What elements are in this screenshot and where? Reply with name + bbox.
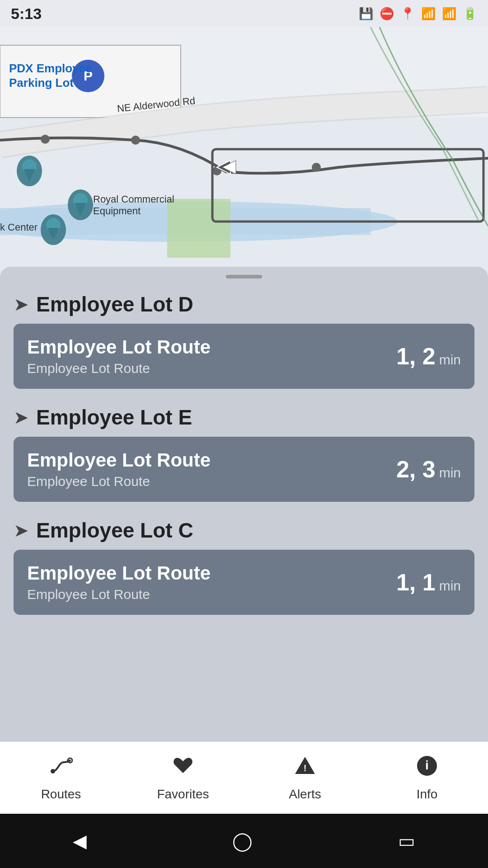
status-icons: 💾 ⛔ 📍 📶 📶 🔋	[359, 7, 477, 21]
map-svg: P PDX Employee Parking Lot NE Alderwood …	[0, 0, 488, 280]
route-time-lot-d: 1, 2 min	[396, 343, 461, 370]
route-time-number-lot-c: 1, 1	[396, 569, 436, 596]
section-title-lot-c: Employee Lot C	[36, 518, 193, 542]
route-section-lot-c: ➤ Employee Lot C Employee Lot Route Empl…	[14, 518, 474, 615]
location-icon: 📍	[400, 7, 415, 21]
svg-rect-4	[167, 199, 230, 258]
nav-label-info: Info	[417, 787, 438, 802]
route-time-unit-lot-e: min	[439, 465, 461, 481]
route-list: ➤ Employee Lot D Employee Lot Route Empl…	[0, 278, 488, 615]
info-icon: i	[415, 754, 439, 783]
svg-point-7	[41, 135, 50, 144]
status-bar: 5:13 💾 ⛔ 📍 📶 📶 🔋	[0, 0, 488, 27]
nav-item-routes[interactable]: Routes	[0, 754, 122, 802]
route-card-lot-d[interactable]: Employee Lot Route Employee Lot Route 1,…	[14, 324, 474, 389]
back-button[interactable]: ◀	[73, 830, 87, 851]
route-time-number-lot-d: 1, 2	[396, 343, 436, 370]
drag-handle[interactable]	[226, 275, 262, 278]
route-card-left-lot-e: Employee Lot Route Employee Lot Route	[27, 449, 211, 489]
home-button[interactable]: ◯	[232, 830, 253, 851]
svg-text:Equipment: Equipment	[93, 205, 141, 217]
route-name-large-lot-e: Employee Lot Route	[27, 449, 211, 471]
route-card-lot-e[interactable]: Employee Lot Route Employee Lot Route 2,…	[14, 437, 474, 502]
navigation-arrow-lot-d: ➤	[14, 294, 29, 315]
recents-button[interactable]: ▭	[398, 830, 415, 851]
wifi-icon: 📶	[421, 7, 436, 21]
nav-item-favorites[interactable]: Favorites	[122, 754, 244, 802]
signal-icon: 📶	[442, 7, 456, 21]
svg-point-8	[131, 136, 140, 145]
sim-card-icon: 💾	[359, 7, 373, 21]
alert-icon: !	[293, 754, 317, 783]
route-time-unit-lot-d: min	[439, 352, 461, 368]
nav-item-info[interactable]: i Info	[366, 754, 488, 802]
svg-point-31	[51, 769, 55, 774]
bottom-nav: Routes Favorites ! Alerts i Info	[0, 741, 488, 814]
route-time-number-lot-e: 2, 3	[396, 456, 436, 483]
route-name-large-lot-c: Employee Lot Route	[27, 562, 211, 584]
navigation-arrow-lot-e: ➤	[14, 407, 29, 428]
section-header-lot-d: ➤ Employee Lot D	[14, 292, 474, 316]
section-title-lot-e: Employee Lot E	[36, 405, 192, 429]
status-time: 5:13	[11, 5, 42, 23]
nav-item-alerts[interactable]: ! Alerts	[244, 754, 366, 802]
svg-text:!: !	[304, 763, 307, 773]
route-icon	[49, 754, 73, 783]
map-area[interactable]: P PDX Employee Parking Lot NE Alderwood …	[0, 0, 488, 280]
route-card-left-lot-d: Employee Lot Route Employee Lot Route	[27, 336, 211, 376]
svg-point-10	[312, 163, 321, 172]
nav-label-favorites: Favorites	[157, 787, 209, 802]
heart-icon	[171, 754, 195, 783]
route-time-lot-c: 1, 1 min	[396, 569, 461, 596]
svg-text:Parking Lot: Parking Lot	[9, 76, 74, 90]
route-card-left-lot-c: Employee Lot Route Employee Lot Route	[27, 562, 211, 602]
do-not-disturb-icon: ⛔	[380, 7, 394, 21]
route-name-large-lot-d: Employee Lot Route	[27, 336, 211, 358]
svg-text:k Center: k Center	[0, 222, 38, 233]
route-section-lot-e: ➤ Employee Lot E Employee Lot Route Empl…	[14, 405, 474, 502]
nav-label-alerts: Alerts	[289, 787, 321, 802]
section-header-lot-c: ➤ Employee Lot C	[14, 518, 474, 542]
route-name-small-lot-c: Employee Lot Route	[27, 587, 211, 602]
battery-icon: 🔋	[463, 7, 477, 21]
route-section-lot-d: ➤ Employee Lot D Employee Lot Route Empl…	[14, 292, 474, 389]
route-time-unit-lot-c: min	[439, 578, 461, 594]
route-name-small-lot-d: Employee Lot Route	[27, 361, 211, 376]
android-nav-bar: ◀ ◯ ▭	[0, 814, 488, 868]
svg-text:Royal Commercial: Royal Commercial	[93, 193, 174, 205]
navigation-arrow-lot-c: ➤	[14, 520, 29, 541]
route-time-lot-e: 2, 3 min	[396, 456, 461, 483]
section-header-lot-e: ➤ Employee Lot E	[14, 405, 474, 429]
route-card-lot-c[interactable]: Employee Lot Route Employee Lot Route 1,…	[14, 550, 474, 615]
nav-label-routes: Routes	[41, 787, 81, 802]
svg-text:i: i	[425, 758, 429, 772]
svg-text:PDX Employee: PDX Employee	[9, 61, 92, 75]
route-name-small-lot-e: Employee Lot Route	[27, 474, 211, 489]
section-title-lot-d: Employee Lot D	[36, 292, 193, 316]
